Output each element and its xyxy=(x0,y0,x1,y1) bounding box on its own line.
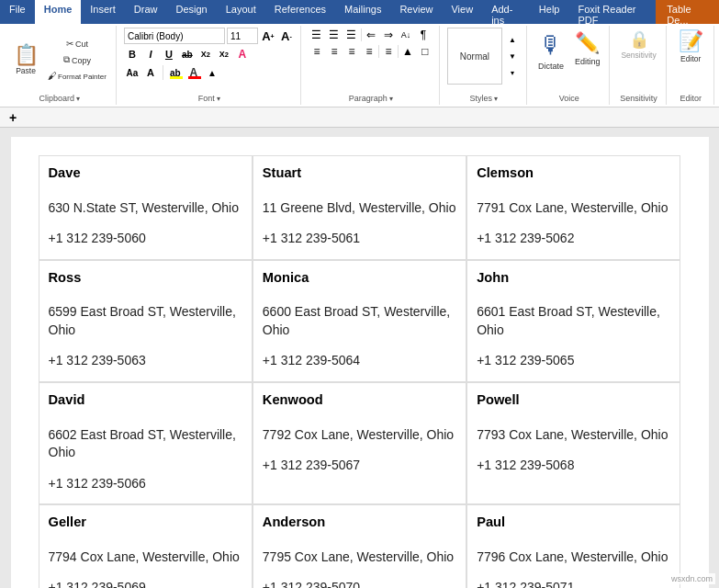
align-right-button[interactable]: ≡ xyxy=(343,44,360,59)
bullets-button[interactable]: ☰ xyxy=(309,28,325,42)
tab-review[interactable]: Review xyxy=(390,0,442,24)
shading-para-button[interactable]: ▲ xyxy=(399,44,416,59)
styles-down-button[interactable]: ▼ xyxy=(504,49,521,63)
contact-name: Stuart xyxy=(263,164,456,183)
tab-addins[interactable]: Add-ins xyxy=(482,0,530,24)
contact-address: 6599 East Broad ST, Westerville, Ohio xyxy=(49,303,242,339)
contact-phone: +1 312 239-5061 xyxy=(263,230,456,248)
copy-label: Copy xyxy=(72,56,91,65)
tab-table-design[interactable]: Table De... xyxy=(656,0,719,24)
font-size-input[interactable] xyxy=(227,28,258,44)
editor-button[interactable]: 📝 Editor xyxy=(675,28,707,65)
doc-page: Dave 630 N.State ST, Westerville, Ohio +… xyxy=(11,137,709,588)
tab-help[interactable]: Help xyxy=(530,0,569,24)
contact-address: 7792 Cox Lane, Westerville, Ohio xyxy=(263,426,456,445)
paste-button[interactable]: 📋 Paste xyxy=(9,43,42,77)
borders-button[interactable]: □ xyxy=(417,44,433,59)
multilevel-button[interactable]: ☰ xyxy=(343,28,360,42)
add-table-row-button[interactable]: + xyxy=(4,108,22,127)
tab-mailings[interactable]: Mailings xyxy=(335,0,390,24)
tab-home[interactable]: Home xyxy=(35,0,82,24)
change-case-button[interactable]: Aa xyxy=(124,64,140,81)
format-painter-button[interactable]: 🖌 Format Painter xyxy=(44,69,110,83)
microphone-icon: 🎙 xyxy=(539,31,563,60)
cut-button[interactable]: ✂ Cut xyxy=(44,37,110,51)
line-spacing-button[interactable]: ≡ xyxy=(380,44,397,59)
strikethrough-button[interactable]: ab xyxy=(179,46,196,62)
highlight-button[interactable]: ab xyxy=(167,64,184,81)
sensitivity-button[interactable]: 🔒 Sensitivity xyxy=(617,28,659,62)
font-color-row: Aa A ab A ▲ xyxy=(124,64,295,81)
font-name-input[interactable] xyxy=(124,28,225,44)
styles-up-button[interactable]: ▲ xyxy=(504,32,521,47)
show-marks-button[interactable]: ¶ xyxy=(415,28,432,42)
tab-layout[interactable]: Layout xyxy=(217,0,265,24)
italic-button[interactable]: I xyxy=(142,46,159,62)
styles-expand-button[interactable]: ▾ xyxy=(504,65,521,80)
tab-draw[interactable]: Draw xyxy=(125,0,167,24)
styles-arrows: ▲ ▼ ▾ xyxy=(504,32,521,80)
contact-name: Dave xyxy=(49,164,242,183)
font-format-row: B I U ab X2 X2 A xyxy=(124,46,295,62)
decrease-indent-button[interactable]: ⇐ xyxy=(363,28,379,42)
shading-button[interactable]: ▲ xyxy=(204,64,220,81)
sensitivity-icon: 🔒 xyxy=(629,29,649,50)
text-effects-button[interactable]: A xyxy=(234,46,251,62)
align-left-button[interactable]: ≡ xyxy=(309,44,325,59)
contact-address: 11 Greene Blvd, Westerville, Ohio xyxy=(263,199,456,218)
contact-name: Monica xyxy=(263,268,456,288)
clipboard-group-content: 📋 Paste ✂ Cut ⧉ Copy 🖌 Format Painter xyxy=(9,28,110,92)
paragraph-group: ☰ ☰ ☰ ⇐ ⇒ A↓ ¶ ≡ ≡ ≡ ≡ ≡ ▲ xyxy=(303,26,440,105)
editing-button[interactable]: ✏️ Editing xyxy=(571,28,604,70)
align-center-button[interactable]: ≡ xyxy=(326,44,343,59)
tab-references[interactable]: References xyxy=(265,0,335,24)
contact-phone: +1 312 239-5066 xyxy=(49,475,242,493)
contact-address: 6600 East Broad ST, Westerville, Ohio xyxy=(263,303,456,339)
contact-name: John xyxy=(477,268,670,288)
bold-button[interactable]: B xyxy=(124,46,140,62)
tab-design[interactable]: Design xyxy=(166,0,216,24)
contact-address: 7793 Cox Lane, Westerville, Ohio xyxy=(477,426,670,445)
justify-button[interactable]: ≡ xyxy=(361,44,377,59)
superscript-button[interactable]: X2 xyxy=(216,46,232,62)
contact-address: 7795 Cox Lane, Westerville, Ohio xyxy=(263,548,456,567)
tab-foxit[interactable]: Foxit Reader PDF xyxy=(568,0,656,24)
tab-insert[interactable]: Insert xyxy=(81,0,125,24)
contact-phone: +1 312 239-5067 xyxy=(263,457,456,475)
underline-button[interactable]: U xyxy=(161,46,177,62)
editor-label: Editor xyxy=(680,54,701,63)
subscript-button[interactable]: X2 xyxy=(197,46,214,62)
highlight-color-bar xyxy=(170,76,183,79)
styles-picker[interactable]: Normal xyxy=(447,28,502,85)
format-painter-icon: 🖌 xyxy=(48,71,57,81)
clear-formatting-button[interactable]: A xyxy=(142,64,159,81)
styles-group: Normal ▲ ▼ ▾ Styles ▾ xyxy=(442,26,527,105)
contact-phone: +1 312 239-5069 xyxy=(49,579,242,588)
sort-button[interactable]: A↓ xyxy=(398,28,414,42)
editor-icon: 📝 xyxy=(679,29,703,53)
tab-file[interactable]: File xyxy=(0,0,35,24)
editor-group-label: Editor xyxy=(680,92,702,103)
para-sep3 xyxy=(398,45,399,58)
contact-address: 7796 Cox Lane, Westerville, Ohio xyxy=(477,548,670,567)
contact-name: Geller xyxy=(49,513,242,532)
copy-button[interactable]: ⧉ Copy xyxy=(44,52,110,67)
font-size-up-button[interactable]: A+ xyxy=(260,28,276,44)
font-color-button[interactable]: A xyxy=(185,64,202,81)
para-sep1 xyxy=(361,28,362,41)
tab-view[interactable]: View xyxy=(442,0,482,24)
voice-content: 🎙 Dictate ✏️ Editing xyxy=(534,28,604,74)
contact-phone: +1 312 239-5070 xyxy=(263,579,456,588)
contact-cell: Anderson 7795 Cox Lane, Westerville, Ohi… xyxy=(253,504,466,588)
numbering-button[interactable]: ☰ xyxy=(326,28,343,42)
paragraph-label: Paragraph ▾ xyxy=(349,92,394,103)
clipboard-secondary: ✂ Cut ⧉ Copy 🖌 Format Painter xyxy=(44,37,110,83)
dictate-button[interactable]: 🎙 Dictate xyxy=(534,28,567,74)
increase-indent-button[interactable]: ⇒ xyxy=(380,28,397,42)
cut-label: Cut xyxy=(75,40,88,49)
font-size-down-button[interactable]: A- xyxy=(278,28,295,44)
contact-phone: +1 312 239-5065 xyxy=(477,352,670,370)
doc-toolbar: + xyxy=(0,107,719,128)
voice-group: 🎙 Dictate ✏️ Editing Voice xyxy=(529,26,611,105)
contact-phone: +1 312 239-5063 xyxy=(49,352,242,370)
